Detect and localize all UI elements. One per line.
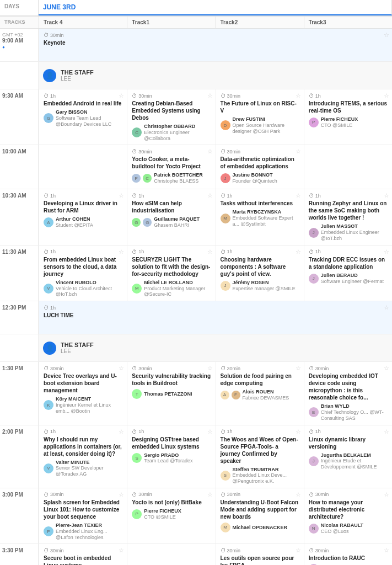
time-block-1030: 10:30 AM ☆ ⏱1h Developing a Linux driver… xyxy=(0,189,392,245)
date-header: JUNE 3RD xyxy=(39,0,392,15)
speaker-texier: P Pierre-Jean TEXIER Embedded Linux Eng.… xyxy=(44,523,122,540)
star-icon-1030-t4[interactable]: ☆ xyxy=(119,192,124,199)
star-icon-200-t1[interactable]: ☆ xyxy=(207,428,213,435)
star-icon-200-t4[interactable]: ☆ xyxy=(119,428,124,435)
speaker-boettcher: P C Patrick BOETTCHER Christophe BLAESS xyxy=(132,172,211,184)
star-icon-330-t4[interactable]: ☆ xyxy=(119,547,124,554)
avatar-rosen: J xyxy=(221,281,230,291)
star-icon-300-t4[interactable]: ☆ xyxy=(119,491,124,498)
staff-time-morning xyxy=(0,62,39,89)
session-130-t3: ☆ ⏱30min Developing embedded IOT device … xyxy=(304,362,392,424)
star-icon-300-t2[interactable]: ☆ xyxy=(296,491,301,498)
avatar-minute: V xyxy=(44,463,53,473)
avatar-rubolo: V xyxy=(44,284,53,294)
avatar-paquet: G xyxy=(132,218,141,227)
speaker-rybczynska: M Marta RYBCZYNSKA Embedded Software Exp… xyxy=(221,209,299,227)
star-icon-930-t1[interactable]: ☆ xyxy=(207,92,213,99)
star-icon-130-t3[interactable]: ☆ xyxy=(384,365,389,372)
star-icon-1000-t2[interactable]: ☆ xyxy=(296,148,301,155)
session-330-t4: ☆ ⏱30min Secure boot in embedded Linux s… xyxy=(39,544,127,565)
time-label-1030: 10:30 AM xyxy=(0,189,39,244)
time-label-130: 1:30 PM xyxy=(0,362,39,424)
time-label-1130: 11:30 AM xyxy=(0,246,39,301)
speaker-paquet: G G Guillaume PAQUET Ghasem BAHRI xyxy=(132,216,211,228)
time-label-1000: 10:00 AM xyxy=(0,145,39,189)
speaker-bonnot: J Justine BONNOT Founder @Quintech xyxy=(221,172,299,184)
avatar-texier: P xyxy=(44,526,53,536)
time-label-300: 3:00 PM xyxy=(0,488,39,543)
star-icon-930-t2[interactable]: ☆ xyxy=(296,92,301,99)
star-icon-1130-t3[interactable]: ☆ xyxy=(384,248,389,255)
session-1000-t2: ☆ ⏱30min Data-arithmetic optimization of… xyxy=(216,145,304,189)
avatar-dewasmes: F xyxy=(232,391,240,399)
staff-session-afternoon: 👤 THE STAFF LEE xyxy=(39,334,392,361)
session-930-t4: ☆ ⏱1h Embedded Android in real life G Ga… xyxy=(39,89,127,145)
speaker-belkalem: J Jugurtha BELKALEM Ingénieur Etude et D… xyxy=(309,452,388,470)
session-300-t2: ☆ ⏱30min Understanding U-Boot Falcon Mod… xyxy=(216,488,304,543)
star-icon-lunch[interactable]: ☆ xyxy=(384,304,389,311)
avatar-trumtrar: S xyxy=(221,471,230,481)
speaker-minute: V Valter MINUTE Senior SW Developer @Tor… xyxy=(44,460,122,477)
session-1130-t1: ☆ ⏱1h SECURYZR LIGHT The solution to fit… xyxy=(127,246,215,301)
speaker-rosen: J Jérémy ROSEN Expertise manager @SMILE xyxy=(221,280,299,292)
star-icon-300-t3[interactable]: ☆ xyxy=(384,491,389,498)
star-icon-1030-t1[interactable]: ☆ xyxy=(207,192,213,199)
star-icon-300-t1[interactable]: ☆ xyxy=(207,491,213,498)
tracks-label: TRACKS xyxy=(0,17,39,28)
avatar-prado-200: S xyxy=(132,453,142,463)
session-130-t1: ☆ ⏱30min Security vulnerability tracking… xyxy=(127,362,215,424)
avatar-rouen: A xyxy=(221,391,229,399)
session-330-t3: ☆ ⏱30min Introduction to RAUC K Kamel BO… xyxy=(304,544,392,565)
time-block-130: 1:30 PM ☆ ⏱30min Device Tree overlays an… xyxy=(0,362,392,425)
session-1000-t3-empty xyxy=(304,145,392,189)
avatar-bahri: G xyxy=(143,218,152,227)
staff-session-morning: 👤 THE STAFF LEE xyxy=(39,62,392,89)
avatar-petazzoni: T xyxy=(132,389,142,399)
track4-header: Track 4 xyxy=(39,17,127,28)
star-icon-930-t4[interactable]: ☆ xyxy=(119,92,124,99)
star-icon-200-t3[interactable]: ☆ xyxy=(384,428,389,435)
speaker-lerolland: M Michel LE ROLLAND Product Marketing Ma… xyxy=(132,280,211,297)
star-icon-1130-t1[interactable]: ☆ xyxy=(207,248,213,255)
avatar-lerolland: M xyxy=(132,284,142,294)
star-icon-330-t2[interactable]: ☆ xyxy=(296,547,301,554)
star-icon-1130-t2[interactable]: ☆ xyxy=(296,248,301,255)
session-1030-t3: ☆ ⏱1h Running Zephyr and Linux on the sa… xyxy=(304,189,392,244)
speaker-ficheux-930: P Pierre FICHEUX CTO @SMILE xyxy=(309,116,388,129)
time-block-1130: 11:30 AM ☆ ⏱1h From embedded Linux boat … xyxy=(0,246,392,301)
star-icon-130-t2[interactable]: ☆ xyxy=(296,365,301,372)
session-1030-t1: ☆ ⏱1h How eSIM can help industrialisatio… xyxy=(127,189,215,244)
session-300-t3: ☆ ⏱30min How to manage your distributed … xyxy=(304,488,392,543)
star-icon-200-t2[interactable]: ☆ xyxy=(296,428,301,435)
star-icon-keynote[interactable]: ☆ xyxy=(384,31,389,39)
speaker-rubolo: V Vincent RUBOLO Vehicle to Cloud Archit… xyxy=(44,280,122,297)
staff-name-morning: THE STAFF xyxy=(61,69,94,76)
time-block-200: 2:00 PM ☆ ⏱1h Why I should run my applic… xyxy=(0,425,392,488)
star-icon-130-t4[interactable]: ☆ xyxy=(119,365,124,372)
star-icon-1000-t1[interactable]: ☆ xyxy=(207,148,213,155)
star-icon-130-t1[interactable]: ☆ xyxy=(207,365,213,372)
star-icon-330-t3[interactable]: ☆ xyxy=(384,547,389,554)
speaker-rouen: A F Alois ROUEN Fabrice DEWASMES xyxy=(221,389,299,401)
session-1130-t2: ☆ ⏱1h Choosing hardware components : A s… xyxy=(216,246,304,301)
time-block-1230: 12:30 PM ☆ ⏱1h LUCH TIME xyxy=(0,301,392,334)
session-930-t2: ☆ ⏱30min The Future of Linux on RISC-V D… xyxy=(216,89,304,145)
session-330-t1-empty xyxy=(127,544,215,565)
avatar-boettcher: P xyxy=(132,174,141,183)
star-icon-1030-t3[interactable]: ☆ xyxy=(384,192,389,199)
staff-role-morning: LEE xyxy=(61,76,94,82)
session-200-t2: ☆ ⏱1h The Woos and Woes of Open-Source F… xyxy=(216,425,304,488)
header-row: DAYS JUNE 3RD xyxy=(0,0,392,17)
speaker-obbard: C Christopher OBBARD Electronics Enginee… xyxy=(132,124,211,141)
lunch-session: ☆ ⏱1h LUCH TIME xyxy=(39,301,392,334)
star-icon-930-t3[interactable]: ☆ xyxy=(384,92,389,99)
star-icon-1030-t2[interactable]: ☆ xyxy=(296,192,301,199)
session-1000-t4-empty xyxy=(39,145,127,189)
session-1000-t1: ☆ ⏱30min Yocto Cooker, a meta-buildtool … xyxy=(127,145,215,189)
speaker-beraud: J Julien BERAUD Software Engineer @Ferma… xyxy=(309,273,388,285)
time-label-330: 3:30 PM xyxy=(0,544,39,565)
star-icon-1130-t4[interactable]: ☆ xyxy=(119,248,124,255)
avatar-beraud: J xyxy=(309,274,319,284)
session-930-t1: ☆ ⏱30min Creating Debian-Based Embedded … xyxy=(127,89,215,145)
tracks-row: TRACKS Track 4 Track1 Track2 Track3 xyxy=(0,17,392,29)
